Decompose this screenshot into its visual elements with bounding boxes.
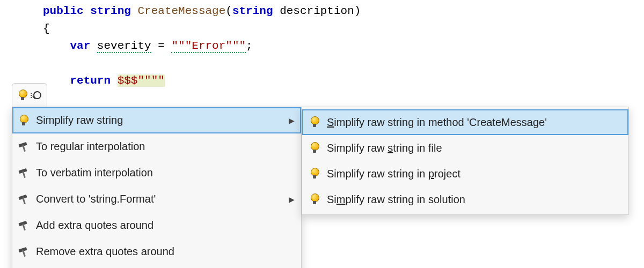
- keyword-string: string: [90, 5, 131, 17]
- menu-item-label: Simplify raw string: [36, 114, 286, 126]
- hammer-icon: [19, 194, 36, 205]
- lightbulb-icon: [310, 116, 327, 128]
- menu-item-2[interactable]: To verbatim interpolation: [12, 160, 301, 186]
- menu-item-3[interactable]: Convert to 'string.Format'▶: [12, 186, 301, 212]
- menu-item-label: Remove extra quotes around: [36, 245, 295, 258]
- submenu-item-2[interactable]: Simplify raw string in project: [302, 161, 628, 187]
- menu-item-5[interactable]: Remove extra quotes around: [12, 239, 301, 265]
- menu-item-0[interactable]: Simplify raw string▶: [12, 107, 301, 133]
- quick-actions-submenu: Simplify raw string in method 'CreateMes…: [302, 107, 629, 215]
- menu-item-label: To regular interpolation: [36, 140, 295, 153]
- menu-item-label: To verbatim interpolation: [36, 167, 295, 179]
- submenu-item-label: Simplify raw string in project: [327, 168, 621, 180]
- brace-open: {: [43, 23, 50, 35]
- hammer-icon: [19, 142, 36, 152]
- param-name: description: [280, 5, 354, 17]
- magnifier-icon: •••: [31, 90, 41, 101]
- submenu-item-label: Simplify raw string in method 'CreateMes…: [327, 116, 621, 129]
- return-raw-string: $$$"""": [118, 75, 165, 87]
- lightbulb-icon: [310, 193, 327, 205]
- submenu-arrow-icon: ▶: [286, 116, 295, 125]
- menu-item-1[interactable]: To regular interpolation: [12, 133, 301, 160]
- submenu-item-label: Simplify raw string in file: [327, 142, 621, 154]
- lightbulb-icon: [310, 168, 327, 180]
- submenu-arrow-icon: ▶: [286, 195, 295, 204]
- submenu-item-label: Simplify raw string in solution: [327, 193, 621, 206]
- hammer-icon: [19, 220, 36, 231]
- menu-item-label: Add extra quotes around: [36, 219, 295, 232]
- lightbulb-icon: [310, 142, 327, 154]
- quick-actions-menu: Simplify raw string▶To regular interpola…: [12, 107, 302, 268]
- quick-actions-anchor[interactable]: •••: [12, 83, 47, 107]
- hammer-icon: [19, 247, 36, 257]
- submenu-item-0[interactable]: Simplify raw string in method 'CreateMes…: [302, 109, 628, 135]
- lightbulb-icon: [18, 90, 27, 101]
- string-literal-severity: """Error""": [171, 40, 246, 53]
- menu-item-label: Convert to 'string.Format': [36, 193, 286, 205]
- keyword-public: public: [43, 5, 84, 17]
- param-type: string: [232, 5, 273, 17]
- submenu-item-3[interactable]: Simplify raw string in solution: [302, 187, 628, 212]
- submenu-item-1[interactable]: Simplify raw string in file: [302, 135, 628, 161]
- hammer-icon: [19, 168, 36, 178]
- code-editor[interactable]: public string CreateMessage(string descr…: [0, 0, 644, 90]
- method-name: CreateMessage: [137, 5, 225, 17]
- menu-item-4[interactable]: Add extra quotes around: [12, 212, 301, 239]
- menu-item-6[interactable]: Add extra dollar sign: [12, 265, 301, 268]
- semicolon: ;: [246, 40, 253, 52]
- keyword-var: var: [70, 40, 90, 52]
- assign-op: =: [151, 40, 172, 52]
- keyword-return: return: [70, 75, 111, 87]
- bulb-icon: [19, 115, 36, 126]
- variable-name: severity: [97, 40, 151, 53]
